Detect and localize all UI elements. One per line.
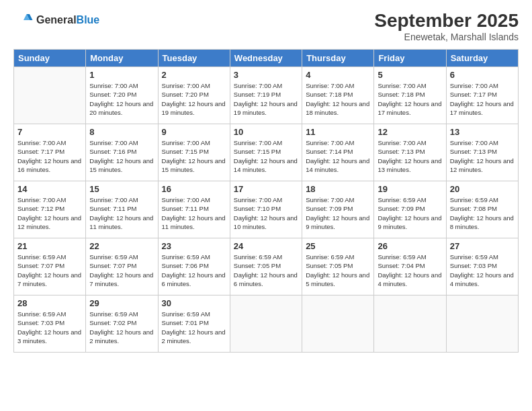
calendar-cell: 28Sunrise: 6:59 AMSunset: 7:03 PMDayligh… bbox=[14, 295, 86, 353]
day-number: 10 bbox=[234, 127, 298, 137]
day-number: 23 bbox=[162, 241, 226, 251]
day-info: Sunrise: 6:59 AMSunset: 7:03 PMDaylight:… bbox=[17, 310, 82, 345]
day-number: 9 bbox=[162, 127, 226, 137]
calendar-cell: 24Sunrise: 6:59 AMSunset: 7:05 PMDayligh… bbox=[230, 238, 302, 295]
logo-icon bbox=[13, 10, 34, 30]
calendar-cell: 1Sunrise: 7:00 AMSunset: 7:20 PMDaylight… bbox=[86, 67, 158, 124]
day-info: Sunrise: 6:59 AMSunset: 7:06 PMDaylight:… bbox=[162, 253, 226, 288]
calendar-week-3: 14Sunrise: 7:00 AMSunset: 7:12 PMDayligh… bbox=[14, 181, 519, 238]
logo-blue: Blue bbox=[77, 14, 100, 26]
calendar-cell: 14Sunrise: 7:00 AMSunset: 7:12 PMDayligh… bbox=[14, 181, 86, 238]
day-info: Sunrise: 6:59 AMSunset: 7:07 PMDaylight:… bbox=[17, 253, 82, 288]
calendar-cell: 12Sunrise: 7:00 AMSunset: 7:13 PMDayligh… bbox=[374, 124, 446, 181]
calendar-cell: 25Sunrise: 6:59 AMSunset: 7:05 PMDayligh… bbox=[302, 238, 374, 295]
day-info: Sunrise: 6:59 AMSunset: 7:03 PMDaylight:… bbox=[450, 253, 515, 288]
calendar-cell: 13Sunrise: 7:00 AMSunset: 7:13 PMDayligh… bbox=[446, 124, 518, 181]
day-number: 20 bbox=[450, 184, 515, 194]
day-number: 28 bbox=[17, 298, 82, 308]
calendar-body: 1Sunrise: 7:00 AMSunset: 7:20 PMDaylight… bbox=[14, 67, 519, 353]
day-number: 22 bbox=[89, 241, 154, 251]
day-info: Sunrise: 7:00 AMSunset: 7:16 PMDaylight:… bbox=[89, 138, 154, 174]
day-number: 14 bbox=[17, 184, 82, 194]
calendar-cell: 2Sunrise: 7:00 AMSunset: 7:20 PMDaylight… bbox=[158, 67, 230, 124]
day-info: Sunrise: 7:00 AMSunset: 7:17 PMDaylight:… bbox=[450, 81, 515, 117]
day-info: Sunrise: 6:59 AMSunset: 7:05 PMDaylight:… bbox=[306, 253, 370, 288]
calendar-week-2: 7Sunrise: 7:00 AMSunset: 7:17 PMDaylight… bbox=[14, 124, 519, 181]
day-number: 7 bbox=[17, 127, 82, 137]
day-number: 18 bbox=[306, 184, 370, 194]
header-row: Sunday Monday Tuesday Wednesday Thursday… bbox=[14, 50, 519, 67]
day-info: Sunrise: 7:00 AMSunset: 7:20 PMDaylight:… bbox=[162, 81, 226, 117]
calendar-cell: 29Sunrise: 6:59 AMSunset: 7:02 PMDayligh… bbox=[86, 295, 158, 353]
day-info: Sunrise: 7:00 AMSunset: 7:18 PMDaylight:… bbox=[306, 81, 370, 117]
calendar-cell: 8Sunrise: 7:00 AMSunset: 7:16 PMDaylight… bbox=[86, 124, 158, 181]
day-info: Sunrise: 6:59 AMSunset: 7:02 PMDaylight:… bbox=[89, 310, 154, 345]
calendar-cell: 27Sunrise: 6:59 AMSunset: 7:03 PMDayligh… bbox=[446, 238, 518, 295]
page: GeneralBlue September 2025 Enewetak, Mar… bbox=[0, 0, 532, 411]
calendar-cell: 5Sunrise: 7:00 AMSunset: 7:18 PMDaylight… bbox=[374, 67, 446, 124]
calendar-cell bbox=[302, 295, 374, 353]
day-info: Sunrise: 7:00 AMSunset: 7:19 PMDaylight:… bbox=[234, 81, 298, 117]
col-friday: Friday bbox=[374, 50, 446, 67]
day-info: Sunrise: 7:00 AMSunset: 7:15 PMDaylight:… bbox=[234, 138, 298, 174]
day-info: Sunrise: 6:59 AMSunset: 7:05 PMDaylight:… bbox=[234, 253, 298, 288]
day-number: 12 bbox=[378, 127, 442, 137]
day-number: 27 bbox=[450, 241, 515, 251]
calendar-cell: 22Sunrise: 6:59 AMSunset: 7:07 PMDayligh… bbox=[86, 238, 158, 295]
calendar-cell: 17Sunrise: 7:00 AMSunset: 7:10 PMDayligh… bbox=[230, 181, 302, 238]
day-info: Sunrise: 7:00 AMSunset: 7:15 PMDaylight:… bbox=[162, 138, 226, 174]
calendar-week-4: 21Sunrise: 6:59 AMSunset: 7:07 PMDayligh… bbox=[14, 238, 519, 295]
day-info: Sunrise: 7:00 AMSunset: 7:12 PMDaylight:… bbox=[17, 195, 82, 231]
calendar-header: Sunday Monday Tuesday Wednesday Thursday… bbox=[14, 50, 519, 67]
day-info: Sunrise: 7:00 AMSunset: 7:11 PMDaylight:… bbox=[89, 195, 154, 231]
calendar-cell: 30Sunrise: 6:59 AMSunset: 7:01 PMDayligh… bbox=[158, 295, 230, 353]
day-number: 6 bbox=[450, 70, 515, 80]
day-info: Sunrise: 7:00 AMSunset: 7:14 PMDaylight:… bbox=[306, 138, 370, 174]
day-number: 16 bbox=[162, 184, 226, 194]
month-title: September 2025 bbox=[374, 10, 519, 32]
calendar-cell: 15Sunrise: 7:00 AMSunset: 7:11 PMDayligh… bbox=[86, 181, 158, 238]
day-info: Sunrise: 6:59 AMSunset: 7:08 PMDaylight:… bbox=[450, 195, 515, 231]
day-number: 11 bbox=[306, 127, 370, 137]
day-number: 30 bbox=[162, 298, 226, 308]
calendar-cell: 18Sunrise: 7:00 AMSunset: 7:09 PMDayligh… bbox=[302, 181, 374, 238]
day-number: 3 bbox=[234, 70, 298, 80]
day-number: 1 bbox=[89, 70, 154, 80]
calendar-cell: 4Sunrise: 7:00 AMSunset: 7:18 PMDaylight… bbox=[302, 67, 374, 124]
day-number: 4 bbox=[306, 70, 370, 80]
calendar-cell: 20Sunrise: 6:59 AMSunset: 7:08 PMDayligh… bbox=[446, 181, 518, 238]
day-info: Sunrise: 7:00 AMSunset: 7:20 PMDaylight:… bbox=[89, 81, 154, 117]
day-info: Sunrise: 7:00 AMSunset: 7:18 PMDaylight:… bbox=[378, 81, 442, 117]
day-info: Sunrise: 7:00 AMSunset: 7:11 PMDaylight:… bbox=[162, 195, 226, 231]
calendar-cell: 3Sunrise: 7:00 AMSunset: 7:19 PMDaylight… bbox=[230, 67, 302, 124]
logo: GeneralBlue bbox=[13, 10, 99, 30]
calendar-cell: 9Sunrise: 7:00 AMSunset: 7:15 PMDaylight… bbox=[158, 124, 230, 181]
calendar-week-5: 28Sunrise: 6:59 AMSunset: 7:03 PMDayligh… bbox=[14, 295, 519, 353]
calendar-cell bbox=[446, 295, 518, 353]
day-number: 29 bbox=[89, 298, 154, 308]
day-info: Sunrise: 7:00 AMSunset: 7:13 PMDaylight:… bbox=[378, 138, 442, 174]
col-monday: Monday bbox=[86, 50, 158, 67]
day-number: 8 bbox=[89, 127, 154, 137]
day-number: 5 bbox=[378, 70, 442, 80]
calendar-cell bbox=[14, 67, 86, 124]
day-number: 21 bbox=[17, 241, 82, 251]
calendar-cell: 10Sunrise: 7:00 AMSunset: 7:15 PMDayligh… bbox=[230, 124, 302, 181]
calendar-cell: 23Sunrise: 6:59 AMSunset: 7:06 PMDayligh… bbox=[158, 238, 230, 295]
day-number: 24 bbox=[234, 241, 298, 251]
day-number: 13 bbox=[450, 127, 515, 137]
title-block: September 2025 Enewetak, Marshall Island… bbox=[374, 10, 519, 42]
col-tuesday: Tuesday bbox=[158, 50, 230, 67]
day-info: Sunrise: 6:59 AMSunset: 7:09 PMDaylight:… bbox=[378, 195, 442, 231]
day-info: Sunrise: 6:59 AMSunset: 7:07 PMDaylight:… bbox=[89, 253, 154, 288]
calendar-cell: 7Sunrise: 7:00 AMSunset: 7:17 PMDaylight… bbox=[14, 124, 86, 181]
day-number: 17 bbox=[234, 184, 298, 194]
calendar-cell bbox=[374, 295, 446, 353]
col-saturday: Saturday bbox=[446, 50, 518, 67]
logo-text: GeneralBlue bbox=[36, 14, 99, 26]
day-number: 25 bbox=[306, 241, 370, 251]
day-info: Sunrise: 7:00 AMSunset: 7:13 PMDaylight:… bbox=[450, 138, 515, 174]
col-thursday: Thursday bbox=[302, 50, 374, 67]
day-number: 26 bbox=[378, 241, 442, 251]
day-info: Sunrise: 7:00 AMSunset: 7:09 PMDaylight:… bbox=[306, 195, 370, 231]
